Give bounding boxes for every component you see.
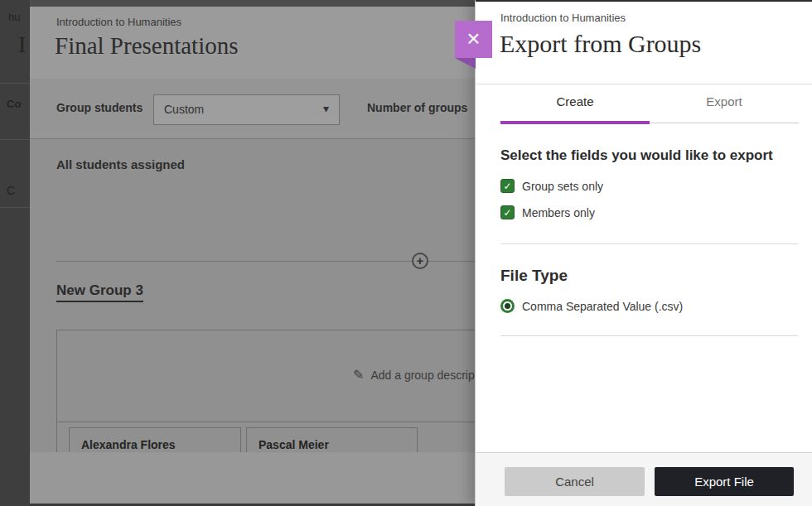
panel-breadcrumb: Introduction to Humanities <box>500 12 626 24</box>
stack-nav-fragment-1: Co <box>7 98 21 110</box>
group-students-dropdown[interactable]: Custom ▾ <box>153 94 340 125</box>
divider <box>476 84 812 84</box>
group-name-heading[interactable]: New Group 3 <box>56 282 143 302</box>
panel-title: Export from Groups <box>500 30 701 58</box>
export-file-button[interactable]: Export File <box>655 467 794 496</box>
divider <box>500 335 798 336</box>
stack-title-fragment: I <box>18 31 26 58</box>
page-stack-strip: hu I Co C <box>0 0 30 506</box>
active-tab-indicator <box>500 121 650 124</box>
screen: hu I Co C Introduction to Humanities Fin… <box>0 0 812 506</box>
divider <box>0 207 30 208</box>
status-text: All students assigned <box>56 157 185 171</box>
stack-nav-fragment-2: C <box>7 184 15 197</box>
dropdown-selected-value: Custom <box>164 103 204 116</box>
panel-footer: Cancel Export File <box>476 452 812 506</box>
checkbox-label: Members only <box>522 206 595 219</box>
radio-label: Comma Separated Value (.csv) <box>522 300 683 313</box>
group-students-label: Group students <box>56 101 143 114</box>
close-button[interactable]: × <box>455 21 492 58</box>
divider <box>0 139 30 140</box>
checkbox-checked-icon[interactable]: ✓ <box>500 205 515 219</box>
member-name: Alexandra Flores <box>81 438 176 451</box>
divider <box>57 422 475 422</box>
number-of-groups-label: Number of groups <box>367 101 467 114</box>
export-from-groups-panel: × Introduction to Humanities Export from… <box>475 0 812 506</box>
divider <box>500 243 798 244</box>
chevron-down-icon: ▾ <box>323 102 329 115</box>
stack-breadcrumb-fragment: hu <box>8 11 20 23</box>
member-name: Pascal Meier <box>259 438 329 451</box>
fields-section-heading: Select the fields you would like to expo… <box>500 147 799 164</box>
divider <box>650 123 799 123</box>
file-type-heading: File Type <box>500 267 568 285</box>
tab-create[interactable]: Create <box>500 94 650 108</box>
checkbox-label: Group sets only <box>522 180 603 193</box>
checkbox-checked-icon[interactable]: ✓ <box>500 179 515 193</box>
panel-top-edge <box>476 0 812 2</box>
add-description-label: Add a group description <box>370 369 475 382</box>
page-bottom-area <box>30 452 475 504</box>
pencil-icon: ✎ <box>353 368 364 382</box>
cancel-button[interactable]: Cancel <box>505 467 645 496</box>
breadcrumb[interactable]: Introduction to Humanities <box>56 16 181 28</box>
page-title: Final Presentations <box>55 32 239 60</box>
page-top-edge <box>30 0 475 7</box>
add-group-description-button[interactable]: ✎Add a group description <box>353 367 475 383</box>
radio-selected-icon[interactable] <box>500 299 515 313</box>
add-group-button[interactable]: + <box>412 253 428 269</box>
close-icon: × <box>466 26 480 51</box>
tab-export[interactable]: Export <box>650 94 799 108</box>
groups-page-dimmed: Introduction to Humanities Final Present… <box>30 0 475 506</box>
group-settings-toolbar: Group students Custom ▾ Number of groups <box>30 79 475 139</box>
page-header: Introduction to Humanities Final Present… <box>30 7 475 79</box>
divider <box>0 83 30 84</box>
